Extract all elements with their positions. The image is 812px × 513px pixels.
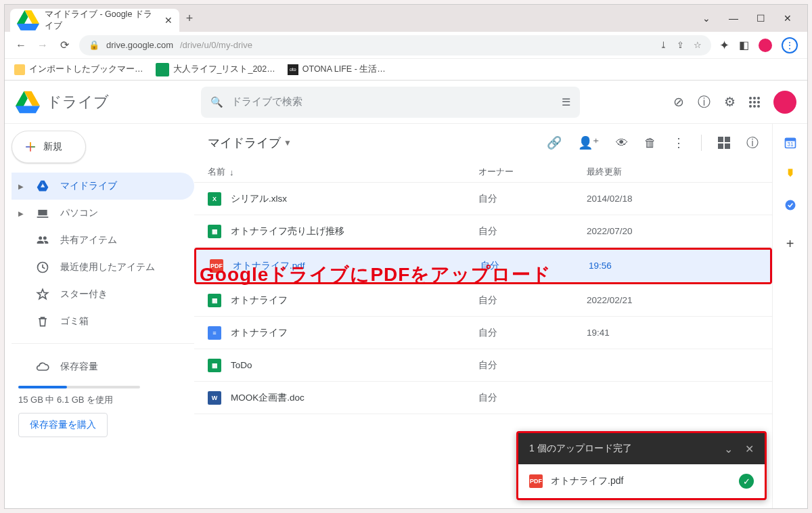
file-row[interactable]: Xシリアル.xlsx自分2014/02/18 (194, 183, 772, 215)
list-toolbar: マイドライブ▼ 🔗 👤⁺ 👁 🗑 ⋮ ⓘ (194, 124, 772, 162)
apps-grid-icon[interactable] (749, 97, 760, 108)
pdf-icon: PDF (529, 474, 543, 488)
sidepanel-icon[interactable]: ◧ (739, 39, 749, 51)
file-owner: 自分 (478, 359, 587, 372)
extensions-icon[interactable]: ✦ (719, 38, 729, 53)
search-placeholder: ドライブで検索 (231, 95, 302, 108)
file-modified: 2022/02/21 (587, 295, 759, 305)
settings-gear-icon[interactable]: ⚙ (724, 94, 736, 110)
bookmark-item[interactable]: 大人ライフ_リスト_202… (156, 63, 275, 76)
file-owner: 自分 (478, 225, 587, 238)
window-minimize-icon[interactable]: — (727, 13, 740, 24)
svg-marker-6 (16, 106, 40, 113)
chevron-right-icon[interactable]: ▶ (18, 183, 25, 190)
upload-toast: 1 個のアップロード完了 ⌄ ✕ PDF オトナライフ.pdf ✓ (516, 431, 767, 500)
window-close-icon[interactable]: ✕ (782, 13, 794, 24)
profile-avatar[interactable] (759, 39, 772, 52)
side-rail: 31 + (772, 124, 807, 508)
sheets-icon (156, 63, 169, 76)
help-icon[interactable]: ⓘ (698, 93, 710, 111)
addons-plus-icon[interactable]: + (786, 236, 794, 252)
new-button[interactable]: 新規 (12, 131, 86, 163)
search-options-icon[interactable]: ☰ (562, 96, 570, 108)
file-name: オトナライフ (231, 294, 288, 307)
drive-favicon (17, 8, 39, 32)
file-modified: 19:41 (587, 328, 759, 338)
file-name: オトナライフ売り上げ推移 (231, 225, 344, 238)
ready-offline-icon[interactable]: ⊘ (673, 94, 684, 110)
file-owner: 自分 (478, 327, 587, 339)
more-actions-icon[interactable]: ⋮ (673, 135, 685, 150)
chevron-down-icon: ▼ (284, 138, 292, 148)
sort-arrow-icon: ↓ (229, 167, 234, 177)
devices-icon (36, 206, 49, 220)
delete-icon[interactable]: 🗑 (644, 136, 656, 150)
upload-toast-item[interactable]: PDF オトナライフ.pdf ✓ (518, 464, 765, 498)
browser-tab[interactable]: マイドライブ - Google ドライブ ✕ (10, 9, 179, 32)
column-modified[interactable]: 最終更新 (587, 166, 759, 178)
people-icon (36, 233, 49, 247)
search-icon: 🔍 (210, 96, 223, 108)
sidebar-item-starred[interactable]: スター付き (12, 281, 194, 308)
url-host: drive.google.com (106, 40, 173, 50)
buy-storage-button[interactable]: 保存容量を購入 (18, 413, 108, 437)
file-name: MOOK企画書.doc (231, 392, 304, 404)
toast-close-icon[interactable]: ✕ (745, 443, 754, 455)
bookmarks-bar: インポートしたブックマー… 大人ライフ_リスト_202… otoOTONA LI… (5, 59, 807, 81)
sidebar-item-shared[interactable]: 共有アイテム (12, 227, 194, 254)
toast-collapse-icon[interactable]: ⌄ (724, 443, 733, 455)
share-person-icon[interactable]: 👤⁺ (578, 135, 600, 150)
sheet-icon: ▦ (208, 359, 221, 372)
sidebar-item-storage[interactable]: 保存容量 (18, 353, 194, 380)
tab-close-icon[interactable]: ✕ (164, 15, 173, 26)
account-avatar[interactable] (773, 91, 796, 114)
sidebar-item-mydrive[interactable]: ▶マイドライブ (12, 173, 194, 200)
search-box[interactable]: 🔍 ドライブで検索 ☰ (201, 87, 580, 118)
file-modified: 2014/02/18 (587, 194, 759, 204)
bookmark-item[interactable]: otoOTONA LIFE - 生活… (288, 64, 386, 75)
upload-success-icon: ✓ (739, 474, 754, 489)
install-app-icon[interactable]: ⤓ (660, 40, 667, 50)
bookmark-star-icon[interactable]: ☆ (694, 40, 702, 50)
new-tab-button[interactable]: + (179, 12, 200, 26)
breadcrumb[interactable]: マイドライブ▼ (208, 135, 292, 151)
forward-button: → (36, 39, 49, 51)
file-row[interactable]: WMOOK企画書.doc自分 (194, 382, 772, 414)
upload-toast-header: 1 個のアップロード完了 ⌄ ✕ (518, 433, 765, 464)
column-name[interactable]: 名前↓ (208, 166, 478, 178)
preview-eye-icon[interactable]: 👁 (616, 136, 628, 150)
file-name: シリアル.xlsx (231, 193, 287, 205)
star-icon (36, 288, 49, 301)
sidebar-item-computers[interactable]: ▶パソコン (12, 200, 194, 227)
window-dropdown-icon[interactable]: ⌄ (700, 13, 713, 24)
bookmark-item[interactable]: インポートしたブックマー… (14, 64, 143, 75)
file-name: オトナライフ (231, 327, 288, 339)
file-row[interactable]: ≡オトナライフ自分19:41 (194, 317, 772, 349)
doc-icon: ≡ (208, 326, 221, 340)
window-maximize-icon[interactable]: ☐ (754, 13, 767, 24)
file-modified: 2022/07/20 (587, 226, 759, 236)
back-button[interactable]: ← (14, 39, 28, 51)
chrome-menu-button[interactable]: ⋮ (782, 37, 798, 53)
get-link-icon[interactable]: 🔗 (547, 135, 562, 150)
share-icon[interactable]: ⇪ (677, 40, 684, 50)
keep-icon[interactable] (784, 167, 797, 181)
reload-button[interactable]: ⟳ (58, 39, 71, 51)
sidebar-item-trash[interactable]: ゴミ箱 (12, 308, 194, 335)
file-owner: 自分 (478, 392, 587, 404)
calendar-icon[interactable]: 31 (784, 136, 797, 150)
svg-point-11 (785, 200, 795, 210)
view-grid-icon[interactable] (718, 137, 730, 149)
file-row[interactable]: ▦ToDo自分 (194, 349, 772, 382)
file-row[interactable]: ▦オトナライフ売り上げ推移自分2022/07/20 (194, 215, 772, 248)
address-bar[interactable]: 🔒 drive.google.com/drive/u/0/my-drive ⤓ … (79, 35, 711, 55)
tasks-icon[interactable] (784, 198, 797, 212)
column-owner[interactable]: オーナー (478, 166, 587, 178)
drive-logo[interactable]: ドライブ (16, 90, 191, 114)
sidebar-item-recent[interactable]: 最近使用したアイテム (12, 254, 194, 281)
chevron-right-icon[interactable]: ▶ (18, 210, 25, 217)
xlsx-icon: X (208, 192, 221, 206)
annotation-overlay: GoogleドライブにPDFをアップロード (200, 262, 551, 288)
file-row[interactable]: ▦オトナライフ自分2022/02/21 (194, 284, 772, 317)
details-info-icon[interactable]: ⓘ (746, 135, 759, 151)
